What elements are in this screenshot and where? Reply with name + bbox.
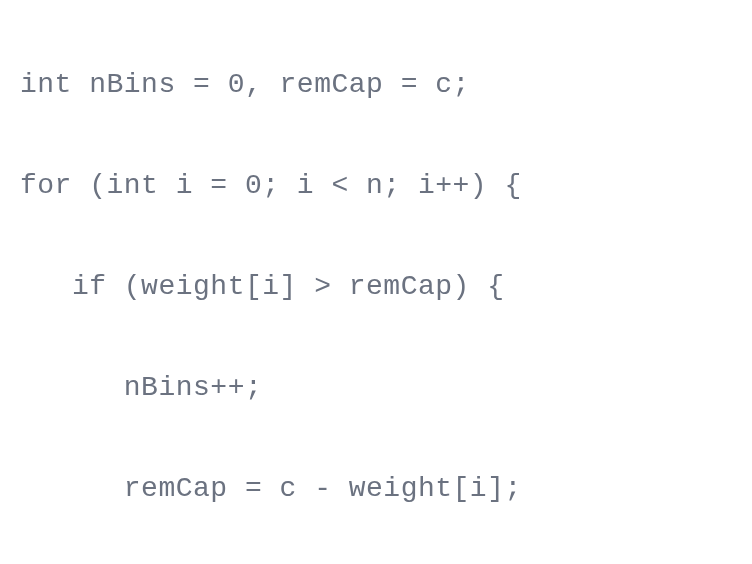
code-snippet: int nBins = 0, remCap = c; for (int i = … <box>20 10 732 564</box>
code-line-4: nBins++; <box>20 363 732 413</box>
code-line-5: remCap = c - weight[i]; <box>20 464 732 514</box>
code-line-1: int nBins = 0, remCap = c; <box>20 60 732 110</box>
code-line-3: if (weight[i] > remCap) { <box>20 262 732 312</box>
code-line-2: for (int i = 0; i < n; i++) { <box>20 161 732 211</box>
